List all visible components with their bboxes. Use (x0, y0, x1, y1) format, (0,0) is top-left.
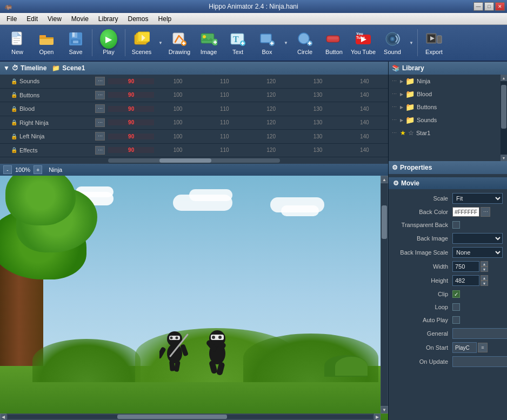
prop-row-clip: Clip ✓ (389, 288, 507, 301)
scroll-up-btn[interactable]: ▲ (381, 176, 388, 183)
folder-icon: 📁 (405, 116, 415, 124)
width-input[interactable] (452, 261, 479, 272)
circle-button[interactable]: Circle (291, 27, 319, 58)
prop-control-auto-play (452, 316, 503, 324)
menu-edit[interactable]: Edit (22, 14, 42, 24)
prop-row-on-update: On Update ≡ (389, 355, 507, 369)
prop-control-back-image (452, 233, 503, 244)
folder-icon: 📁 (405, 103, 415, 111)
timeline-options-btn[interactable]: ⋯ (95, 104, 105, 113)
frame-90: 90 (108, 78, 155, 84)
sound-button[interactable]: Sound (378, 27, 406, 58)
timeline-options-btn[interactable]: ⋯ (95, 77, 105, 85)
scroll-down-btn[interactable]: ▼ (381, 406, 388, 414)
back-color-btn[interactable]: ⋯ (481, 207, 490, 217)
list-item[interactable]: ⋯ ▶ 📁 Sounds (389, 114, 507, 126)
menu-file[interactable]: File (2, 14, 21, 24)
box-dropdown[interactable]: ▼ (282, 27, 290, 58)
list-item[interactable]: ⋯ ▶ 📁 Blood (389, 88, 507, 101)
timeline-options-btn[interactable]: ⋯ (95, 146, 105, 155)
height-down-btn[interactable]: ▼ (481, 281, 488, 286)
prop-label-back-image-scale: Back Image Scale (393, 249, 452, 256)
general-input[interactable] (452, 328, 507, 339)
timeline-options-btn[interactable]: ⋯ (95, 91, 105, 99)
menu-movie[interactable]: Movie (67, 14, 93, 24)
library-area: ⋯ ▶ 📁 Ninja ⋯ ▶ 📁 Blood ⋯ ▶ 📁 Buttons (389, 75, 507, 161)
on-start-script-btn[interactable]: ≡ (478, 343, 488, 352)
lib-scroll-up[interactable]: ▲ (501, 75, 507, 81)
auto-play-checkbox[interactable] (452, 316, 460, 324)
timeline-frames: 90 100 110 120 130 140 (108, 78, 388, 84)
canvas-area[interactable]: ▲ ▼ ◀ ▶ (0, 176, 388, 420)
timeline-options-btn[interactable]: ⋯ (95, 132, 105, 141)
prop-label-transparent: Transparent Back (393, 222, 452, 228)
on-start-input[interactable] (452, 342, 477, 353)
drawing-button[interactable]: Drawing (165, 27, 194, 58)
width-up-btn[interactable]: ▲ (481, 261, 488, 266)
scale-select[interactable]: Fit None Stretch (452, 193, 503, 204)
maximize-button[interactable]: □ (484, 2, 494, 11)
clip-checkbox[interactable]: ✓ (452, 290, 460, 298)
save-button[interactable]: Save (62, 27, 90, 58)
expand-icon: ▶ (400, 118, 403, 123)
zoom-plus-btn[interactable]: + (34, 165, 42, 174)
frame-110: 110 (202, 92, 248, 98)
minimize-button[interactable]: — (473, 2, 483, 11)
button-tool-button[interactable]: Button (320, 27, 348, 58)
list-item[interactable]: ⋯ ▶ 📁 Buttons (389, 101, 507, 114)
menu-library[interactable]: Library (94, 14, 123, 24)
on-update-input[interactable] (452, 356, 507, 367)
open-button[interactable]: Open (32, 27, 61, 58)
scroll-left-btn[interactable]: ◀ (0, 414, 6, 420)
prop-control-general: ≡ (452, 328, 507, 339)
back-color-swatch[interactable]: #FFFFFF (452, 207, 479, 217)
play-button[interactable]: ▶ Play (95, 27, 123, 58)
export-button[interactable]: Export (420, 27, 448, 58)
table-row: 🔒 Left Ninja ⋯ 90 100 110 120 130 140 (0, 130, 388, 144)
loop-checkbox[interactable] (452, 303, 460, 311)
back-image-select[interactable] (452, 233, 503, 244)
transparent-checkbox[interactable] (452, 221, 460, 229)
new-button[interactable]: New (3, 27, 31, 58)
menu-help[interactable]: Help (154, 14, 176, 24)
prop-control-on-update: ≡ (452, 356, 507, 367)
svg-point-57 (167, 344, 182, 363)
youtube-button[interactable]: You Tube You Tube (349, 27, 377, 58)
tree-leaves-3 (5, 176, 76, 225)
width-down-btn[interactable]: ▼ (481, 266, 488, 272)
list-item[interactable]: ⋯ ▶ 📁 Ninja (389, 75, 507, 88)
back-image-scale-select[interactable]: None Fit Stretch (452, 247, 503, 258)
canvas-image: ▲ ▼ ◀ ▶ (0, 176, 388, 420)
height-up-btn[interactable]: ▲ (481, 275, 488, 281)
frame-120: 120 (248, 106, 295, 112)
prop-row-on-start: On Start ≡ (389, 341, 507, 355)
image-button[interactable]: Image (195, 27, 223, 58)
library-scrollbar[interactable]: ▲ ▼ (501, 75, 507, 161)
canvas-scrollbar-vertical[interactable]: ▲ ▼ (381, 176, 388, 414)
box-button[interactable]: Box (253, 27, 281, 58)
svg-rect-11 (72, 32, 75, 37)
list-item[interactable]: ⋯ ★ ☆ Star1 (389, 126, 507, 139)
scenes-dropdown[interactable]: ▼ (157, 27, 164, 58)
text-button[interactable]: T Text (224, 27, 252, 58)
height-input[interactable] (452, 275, 479, 286)
lib-dots: ⋯ (392, 117, 397, 123)
menu-view[interactable]: View (43, 14, 66, 24)
sound-dropdown[interactable]: ▼ (408, 27, 415, 58)
lib-scroll-down[interactable]: ▼ (501, 155, 507, 161)
scenes-label: Scenes (132, 49, 152, 55)
timeline-scrollbar[interactable] (0, 157, 388, 164)
timeline-collapse-icon[interactable]: ▼ (3, 64, 10, 72)
timeline-header: ▼ ⏱ Timeline 📁 Scene1 (0, 62, 388, 75)
menu-demos[interactable]: Demos (124, 14, 153, 24)
timeline-options-btn[interactable]: ⋯ (95, 118, 105, 127)
scroll-right-btn[interactable]: ▶ (374, 414, 381, 420)
frame-90: 90 (108, 147, 155, 153)
close-button[interactable]: ✕ (495, 2, 505, 11)
zoom-minus-btn[interactable]: - (3, 165, 12, 174)
scenes-button[interactable]: Scenes (128, 27, 156, 58)
canvas-scrollbar-horizontal[interactable]: ◀ ▶ (0, 414, 381, 420)
cloud-4 (189, 189, 232, 201)
prop-label-auto-play: Auto Play (393, 317, 452, 323)
prop-row-height: Height ▲ ▼ (389, 274, 507, 288)
